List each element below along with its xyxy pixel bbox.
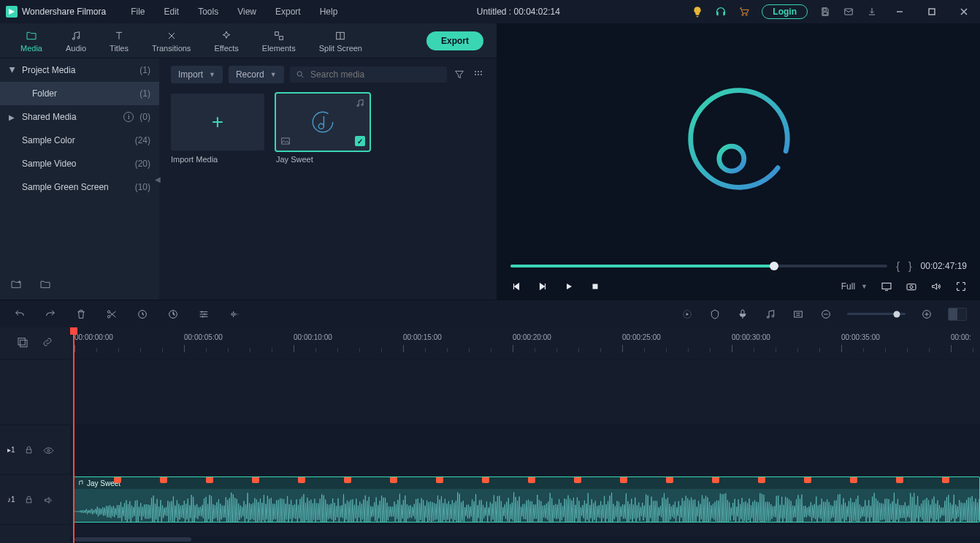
download-icon[interactable] xyxy=(866,6,878,18)
crop-icon[interactable] xyxy=(136,308,149,321)
tab-effects[interactable]: Effects xyxy=(202,26,250,56)
preview-scrubber[interactable] xyxy=(510,265,887,267)
tab-titles[interactable]: Titles xyxy=(98,26,140,56)
info-icon[interactable]: i xyxy=(123,112,134,122)
zoom-out-icon[interactable] xyxy=(819,308,832,321)
marker-icon[interactable] xyxy=(708,308,721,321)
timeline-hscroll[interactable] xyxy=(70,536,980,543)
collapse-sidebar-handle[interactable]: ◀ xyxy=(155,175,161,183)
tab-audio[interactable]: Audio xyxy=(54,26,98,56)
import-media-tile[interactable]: + Import Media xyxy=(171,94,264,164)
tree-shared-media[interactable]: ▶ Shared Media i (0) xyxy=(0,105,159,129)
export-button[interactable]: Export xyxy=(426,31,483,50)
adjust-icon[interactable] xyxy=(197,308,210,321)
undo-icon[interactable] xyxy=(13,308,26,321)
track-manager-icon[interactable] xyxy=(17,336,28,350)
folder-icon xyxy=(25,29,38,42)
menu-help[interactable]: Help xyxy=(313,7,345,17)
playhead[interactable] xyxy=(73,327,74,543)
fullscreen-icon[interactable] xyxy=(955,281,967,292)
tree-sample-video[interactable]: Sample Video (20) xyxy=(0,152,159,175)
audio-badge-icon xyxy=(355,98,365,108)
audio-wave-icon[interactable] xyxy=(228,308,241,321)
project-title: Untitled : 00:04:02:14 xyxy=(349,7,687,17)
mark-in-button[interactable]: { xyxy=(896,260,900,272)
svg-point-16 xyxy=(719,146,743,171)
filter-icon[interactable] xyxy=(453,68,466,81)
play-button[interactable] xyxy=(563,281,575,292)
fit-icon[interactable] xyxy=(792,308,805,321)
svg-point-6 xyxy=(475,71,476,72)
login-button[interactable]: Login xyxy=(762,4,808,19)
layout-toggle[interactable] xyxy=(948,308,967,321)
tab-elements[interactable]: Elements xyxy=(250,26,307,56)
tree-project-media[interactable]: ▶ Project Media (1) xyxy=(0,58,159,82)
speaker-icon[interactable] xyxy=(43,495,53,505)
new-folder-icon[interactable] xyxy=(10,278,22,292)
preview-canvas[interactable] xyxy=(497,23,980,256)
save-icon[interactable] xyxy=(819,6,831,18)
split-icon xyxy=(334,29,347,42)
grid-view-icon[interactable] xyxy=(472,68,485,81)
split-icon[interactable] xyxy=(105,308,118,321)
voiceover-icon[interactable] xyxy=(736,308,749,321)
svg-point-10 xyxy=(478,74,479,75)
menu-view[interactable]: View xyxy=(230,7,264,17)
media-tree: ▶ Project Media (1) Folder (1) ▶ Shared … xyxy=(0,58,159,300)
quality-select[interactable]: Full ▼ xyxy=(841,281,868,292)
eye-icon[interactable] xyxy=(43,445,53,455)
video-track-1-header[interactable]: ▸1 xyxy=(0,425,70,475)
tree-folder[interactable]: Folder (1) xyxy=(0,82,159,105)
lock-icon[interactable] xyxy=(24,445,34,455)
mail-icon[interactable] xyxy=(843,6,854,18)
maximize-button[interactable] xyxy=(922,1,942,22)
zoom-in-icon[interactable] xyxy=(920,308,933,321)
delete-icon[interactable] xyxy=(74,308,88,321)
next-frame-button[interactable] xyxy=(537,281,548,292)
audio-track-1[interactable]: Jay Sweet xyxy=(70,475,980,525)
redo-icon[interactable] xyxy=(44,308,57,321)
cart-icon[interactable] xyxy=(738,6,750,18)
plus-icon: + xyxy=(212,110,223,134)
tree-sample-green[interactable]: Sample Green Screen (10) xyxy=(0,175,159,199)
display-icon[interactable] xyxy=(881,281,892,292)
mark-out-button[interactable]: } xyxy=(908,260,912,272)
media-clip-jay-sweet[interactable]: ✓ Jay Sweet xyxy=(276,94,370,164)
render-icon[interactable] xyxy=(681,308,694,321)
timeline: ▸1 ♪1 00:00:00:0000:00:05:0000:00:10:000… xyxy=(0,327,980,543)
tab-transitions[interactable]: Transitions xyxy=(140,26,202,56)
menu-file[interactable]: File xyxy=(123,7,152,17)
menu-tools[interactable]: Tools xyxy=(191,7,226,17)
record-dropdown[interactable]: Record▼ xyxy=(229,66,284,83)
link-icon[interactable] xyxy=(42,336,53,350)
speed-icon[interactable] xyxy=(166,308,180,321)
snapshot-icon[interactable] xyxy=(906,281,917,292)
folder-icon[interactable] xyxy=(39,278,51,292)
video-track-1[interactable] xyxy=(70,425,980,475)
menu-export[interactable]: Export xyxy=(268,7,308,17)
audio-track-1-header[interactable]: ♪1 xyxy=(0,475,70,525)
menu-edit[interactable]: Edit xyxy=(157,7,187,17)
tracks-area[interactable]: 00:00:00:0000:00:05:0000:00:10:0000:00:1… xyxy=(70,327,980,543)
preview-panel: { } 00:02:47:19 Full ▼ xyxy=(497,23,980,300)
lightbulb-icon[interactable] xyxy=(692,6,703,18)
volume-icon[interactable] xyxy=(930,281,942,292)
import-dropdown[interactable]: Import▼ xyxy=(171,66,223,83)
search-box[interactable] xyxy=(290,67,447,83)
audio-clip-jay-sweet[interactable]: Jay Sweet xyxy=(73,476,980,523)
minimize-button[interactable] xyxy=(889,1,910,22)
tree-sample-color[interactable]: Sample Color (24) xyxy=(0,129,159,152)
headphones-icon[interactable] xyxy=(715,6,727,18)
tab-split-screen[interactable]: Split Screen xyxy=(307,26,374,56)
mixer-icon[interactable] xyxy=(764,308,777,321)
sparkle-icon xyxy=(220,29,233,42)
tab-media[interactable]: Media xyxy=(9,26,54,56)
lock-icon[interactable] xyxy=(24,495,34,505)
music-icon xyxy=(69,29,83,42)
stop-button[interactable] xyxy=(589,281,601,292)
prev-frame-button[interactable] xyxy=(510,281,522,292)
zoom-slider[interactable] xyxy=(847,313,906,315)
time-ruler[interactable]: 00:00:00:0000:00:05:0000:00:10:0000:00:1… xyxy=(70,327,980,360)
search-input[interactable] xyxy=(310,69,441,80)
close-button[interactable] xyxy=(954,1,974,22)
